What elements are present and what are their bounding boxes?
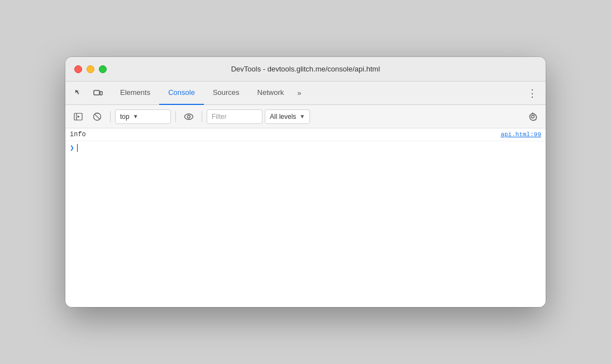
devtools-window: DevTools - devtools.glitch.me/console/ap… (65, 57, 546, 307)
svg-rect-1 (100, 92, 102, 95)
toolbar-divider-1 (110, 111, 111, 122)
tabbar: Elements Console Sources Network » ⋮ (65, 82, 546, 105)
titlebar: DevTools - devtools.glitch.me/console/ap… (65, 57, 546, 82)
tab-elements[interactable]: Elements (111, 82, 159, 105)
console-log-text: info (70, 131, 500, 138)
toolbar-divider-3 (202, 111, 202, 122)
sidebar-toggle-button[interactable] (70, 108, 87, 125)
window-title: DevTools - devtools.glitch.me/console/ap… (231, 65, 380, 73)
levels-dropdown[interactable]: All levels ▼ (265, 109, 310, 124)
context-value: top (120, 113, 130, 121)
tab-console[interactable]: Console (159, 82, 204, 105)
minimize-button[interactable] (87, 65, 94, 73)
close-button[interactable] (74, 65, 82, 73)
console-prompt-icon: ❯ (70, 143, 74, 152)
context-arrow-icon: ▼ (133, 113, 139, 119)
console-content[interactable]: info api.html:99 ❯ (65, 128, 546, 307)
console-log-link[interactable]: api.html:99 (500, 131, 541, 138)
clear-console-button[interactable] (89, 108, 106, 125)
tab-sources[interactable]: Sources (204, 82, 249, 105)
console-cursor (77, 144, 78, 152)
tab-network[interactable]: Network (249, 82, 293, 105)
levels-arrow-icon: ▼ (299, 113, 305, 119)
inspect-icon-button[interactable] (70, 84, 88, 102)
console-log-row: info api.html:99 (65, 128, 546, 141)
toolbar-divider-2 (175, 111, 176, 122)
console-toolbar: top ▼ All levels ▼ (65, 105, 546, 128)
levels-value: All levels (270, 113, 296, 121)
svg-point-10 (532, 115, 534, 118)
filter-input[interactable] (207, 109, 262, 124)
console-empty-area[interactable] (65, 155, 546, 266)
devtools-menu-button[interactable]: ⋮ (523, 84, 541, 102)
svg-line-7 (94, 114, 99, 119)
device-toggle-button[interactable] (89, 84, 107, 102)
maximize-button[interactable] (99, 65, 107, 73)
svg-rect-0 (94, 90, 99, 95)
tab-more-button[interactable]: » (293, 82, 306, 105)
settings-button[interactable] (524, 108, 541, 125)
svg-point-8 (185, 114, 193, 119)
svg-marker-5 (78, 116, 80, 118)
traffic-lights (74, 65, 107, 73)
svg-point-9 (188, 115, 190, 118)
console-input-row[interactable]: ❯ (65, 141, 546, 155)
tabbar-icons (70, 84, 107, 102)
eye-icon-button[interactable] (180, 108, 197, 125)
context-selector[interactable]: top ▼ (115, 109, 171, 124)
